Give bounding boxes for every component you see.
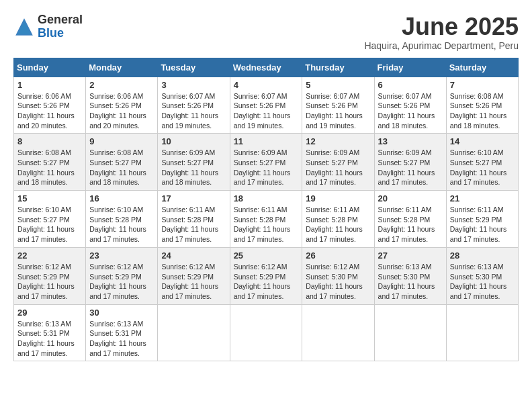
weekday-header-wednesday: Wednesday	[230, 58, 302, 77]
day-info: Sunrise: 6:09 AM Sunset: 5:27 PM Dayligh…	[378, 148, 443, 187]
day-info: Sunrise: 6:12 AM Sunset: 5:29 PM Dayligh…	[89, 262, 154, 302]
day-info: Sunrise: 6:06 AM Sunset: 5:26 PM Dayligh…	[89, 91, 154, 131]
day-info: Sunrise: 6:10 AM Sunset: 5:28 PM Dayligh…	[89, 205, 154, 244]
day-info: Sunrise: 6:09 AM Sunset: 5:27 PM Dayligh…	[234, 148, 299, 187]
calendar-cell: 26Sunrise: 6:12 AM Sunset: 5:30 PM Dayli…	[302, 247, 374, 304]
calendar-cell: 29Sunrise: 6:13 AM Sunset: 5:31 PM Dayli…	[14, 304, 86, 361]
day-number: 13	[378, 136, 443, 146]
calendar-week-row: 15Sunrise: 6:10 AM Sunset: 5:27 PM Dayli…	[14, 191, 519, 248]
calendar-cell: 2Sunrise: 6:06 AM Sunset: 5:26 PM Daylig…	[86, 77, 158, 134]
day-number: 18	[234, 193, 299, 203]
calendar-cell: 21Sunrise: 6:11 AM Sunset: 5:29 PM Dayli…	[446, 191, 518, 248]
day-info: Sunrise: 6:09 AM Sunset: 5:27 PM Dayligh…	[306, 148, 370, 187]
day-info: Sunrise: 6:07 AM Sunset: 5:26 PM Dayligh…	[234, 91, 299, 131]
calendar-cell	[230, 304, 302, 361]
day-info: Sunrise: 6:06 AM Sunset: 5:26 PM Dayligh…	[17, 91, 82, 131]
day-number: 3	[161, 80, 226, 90]
month-title: June 2025	[364, 13, 519, 40]
day-info: Sunrise: 6:13 AM Sunset: 5:31 PM Dayligh…	[89, 319, 154, 359]
day-info: Sunrise: 6:08 AM Sunset: 5:27 PM Dayligh…	[89, 148, 154, 187]
calendar-cell: 22Sunrise: 6:12 AM Sunset: 5:29 PM Dayli…	[14, 247, 86, 304]
day-info: Sunrise: 6:13 AM Sunset: 5:30 PM Dayligh…	[450, 262, 515, 302]
calendar-cell: 24Sunrise: 6:12 AM Sunset: 5:29 PM Dayli…	[158, 247, 230, 304]
logo-text: General Blue	[38, 13, 83, 40]
day-info: Sunrise: 6:13 AM Sunset: 5:30 PM Dayligh…	[378, 262, 443, 302]
day-number: 19	[306, 193, 370, 203]
weekday-header-saturday: Saturday	[446, 58, 518, 77]
calendar-week-row: 8Sunrise: 6:08 AM Sunset: 5:27 PM Daylig…	[14, 134, 519, 191]
day-number: 20	[378, 193, 443, 203]
day-info: Sunrise: 6:11 AM Sunset: 5:29 PM Dayligh…	[450, 205, 515, 244]
logo: General Blue	[13, 13, 83, 40]
day-number: 28	[450, 250, 515, 261]
calendar-cell	[302, 304, 374, 361]
weekday-header-tuesday: Tuesday	[158, 58, 230, 77]
calendar-cell: 7Sunrise: 6:08 AM Sunset: 5:26 PM Daylig…	[446, 77, 518, 134]
calendar-cell: 25Sunrise: 6:12 AM Sunset: 5:29 PM Dayli…	[230, 247, 302, 304]
calendar-cell	[374, 304, 446, 361]
calendar-cell: 10Sunrise: 6:09 AM Sunset: 5:27 PM Dayli…	[158, 134, 230, 191]
calendar-cell: 28Sunrise: 6:13 AM Sunset: 5:30 PM Dayli…	[446, 247, 518, 304]
day-info: Sunrise: 6:11 AM Sunset: 5:28 PM Dayligh…	[378, 205, 443, 244]
day-info: Sunrise: 6:09 AM Sunset: 5:27 PM Dayligh…	[161, 148, 226, 187]
day-number: 2	[89, 80, 154, 90]
day-info: Sunrise: 6:12 AM Sunset: 5:30 PM Dayligh…	[306, 262, 370, 302]
calendar-week-row: 1Sunrise: 6:06 AM Sunset: 5:26 PM Daylig…	[14, 77, 519, 134]
day-info: Sunrise: 6:11 AM Sunset: 5:28 PM Dayligh…	[234, 205, 299, 244]
day-info: Sunrise: 6:07 AM Sunset: 5:26 PM Dayligh…	[306, 91, 370, 131]
weekday-header-monday: Monday	[86, 58, 158, 77]
calendar-cell: 18Sunrise: 6:11 AM Sunset: 5:28 PM Dayli…	[230, 191, 302, 248]
day-number: 29	[17, 308, 82, 318]
calendar-cell: 11Sunrise: 6:09 AM Sunset: 5:27 PM Dayli…	[230, 134, 302, 191]
day-info: Sunrise: 6:11 AM Sunset: 5:28 PM Dayligh…	[161, 205, 226, 244]
calendar-cell: 14Sunrise: 6:10 AM Sunset: 5:27 PM Dayli…	[446, 134, 518, 191]
calendar-cell: 13Sunrise: 6:09 AM Sunset: 5:27 PM Dayli…	[374, 134, 446, 191]
calendar-cell: 9Sunrise: 6:08 AM Sunset: 5:27 PM Daylig…	[86, 134, 158, 191]
calendar-cell: 1Sunrise: 6:06 AM Sunset: 5:26 PM Daylig…	[14, 77, 86, 134]
calendar-cell: 16Sunrise: 6:10 AM Sunset: 5:28 PM Dayli…	[86, 191, 158, 248]
calendar-cell: 8Sunrise: 6:08 AM Sunset: 5:27 PM Daylig…	[14, 134, 86, 191]
logo-icon	[13, 16, 35, 38]
calendar-week-row: 29Sunrise: 6:13 AM Sunset: 5:31 PM Dayli…	[14, 304, 519, 361]
calendar-cell: 5Sunrise: 6:07 AM Sunset: 5:26 PM Daylig…	[302, 77, 374, 134]
day-info: Sunrise: 6:08 AM Sunset: 5:26 PM Dayligh…	[450, 91, 515, 131]
day-number: 10	[161, 136, 226, 146]
calendar-table: SundayMondayTuesdayWednesdayThursdayFrid…	[13, 58, 519, 362]
day-number: 5	[306, 80, 370, 90]
day-number: 23	[89, 250, 154, 261]
day-number: 8	[17, 136, 82, 146]
calendar-cell	[446, 304, 518, 361]
calendar-cell: 27Sunrise: 6:13 AM Sunset: 5:30 PM Dayli…	[374, 247, 446, 304]
day-number: 26	[306, 250, 370, 261]
day-info: Sunrise: 6:12 AM Sunset: 5:29 PM Dayligh…	[234, 262, 299, 302]
day-info: Sunrise: 6:07 AM Sunset: 5:26 PM Dayligh…	[161, 91, 226, 131]
page-header: General Blue June 2025 Haquira, Apurimac…	[13, 13, 519, 51]
day-info: Sunrise: 6:13 AM Sunset: 5:31 PM Dayligh…	[17, 319, 82, 359]
weekday-header-sunday: Sunday	[14, 58, 86, 77]
calendar-cell: 20Sunrise: 6:11 AM Sunset: 5:28 PM Dayli…	[374, 191, 446, 248]
day-number: 7	[450, 80, 515, 90]
day-info: Sunrise: 6:11 AM Sunset: 5:28 PM Dayligh…	[306, 205, 370, 244]
day-info: Sunrise: 6:12 AM Sunset: 5:29 PM Dayligh…	[161, 262, 226, 302]
day-number: 14	[450, 136, 515, 146]
day-info: Sunrise: 6:07 AM Sunset: 5:26 PM Dayligh…	[378, 91, 443, 131]
calendar-cell: 17Sunrise: 6:11 AM Sunset: 5:28 PM Dayli…	[158, 191, 230, 248]
calendar-cell: 19Sunrise: 6:11 AM Sunset: 5:28 PM Dayli…	[302, 191, 374, 248]
day-number: 11	[234, 136, 299, 146]
day-number: 25	[234, 250, 299, 261]
day-number: 6	[378, 80, 443, 90]
calendar-cell: 6Sunrise: 6:07 AM Sunset: 5:26 PM Daylig…	[374, 77, 446, 134]
day-number: 15	[17, 193, 82, 203]
day-number: 4	[234, 80, 299, 90]
day-number: 22	[17, 250, 82, 261]
calendar-cell: 12Sunrise: 6:09 AM Sunset: 5:27 PM Dayli…	[302, 134, 374, 191]
calendar-cell: 4Sunrise: 6:07 AM Sunset: 5:26 PM Daylig…	[230, 77, 302, 134]
day-info: Sunrise: 6:10 AM Sunset: 5:27 PM Dayligh…	[17, 205, 82, 244]
calendar-cell: 30Sunrise: 6:13 AM Sunset: 5:31 PM Dayli…	[86, 304, 158, 361]
day-number: 1	[17, 80, 82, 90]
calendar-week-row: 22Sunrise: 6:12 AM Sunset: 5:29 PM Dayli…	[14, 247, 519, 304]
location-subtitle: Haquira, Apurimac Department, Peru	[364, 40, 519, 51]
day-info: Sunrise: 6:10 AM Sunset: 5:27 PM Dayligh…	[450, 148, 515, 187]
calendar-header-row: SundayMondayTuesdayWednesdayThursdayFrid…	[14, 58, 519, 77]
calendar-cell: 15Sunrise: 6:10 AM Sunset: 5:27 PM Dayli…	[14, 191, 86, 248]
